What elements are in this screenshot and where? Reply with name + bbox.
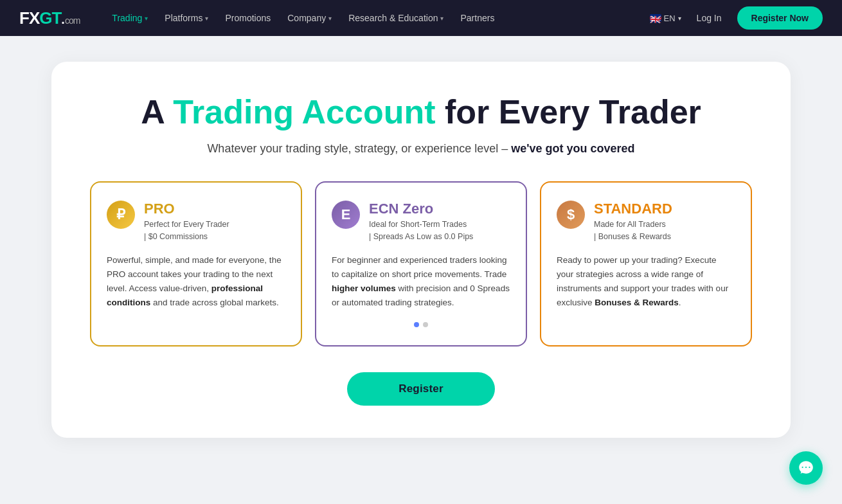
chat-icon — [798, 460, 814, 476]
account-card-pro: ₽ PRO Perfect for Every Trader | $0 Comm… — [90, 181, 302, 346]
chat-support-button[interactable] — [789, 451, 823, 485]
chevron-down-icon: ▾ — [328, 15, 332, 22]
chevron-down-icon: ▾ — [678, 15, 681, 22]
standard-title: STANDARD — [594, 201, 672, 217]
standard-title-block: STANDARD Made for All Traders | Bonuses … — [594, 201, 672, 243]
chevron-down-icon: ▾ — [440, 15, 443, 22]
navbar: FXGT.com Trading ▾ Platforms ▾ Promotion… — [0, 0, 842, 36]
hero-subtitle: Whatever your trading style, strategy, o… — [90, 142, 752, 156]
login-button[interactable]: Log In — [689, 9, 730, 27]
standard-description: Ready to power up your trading? Execute … — [557, 253, 735, 310]
nav-right: 🇬🇧 EN ▾ Log In Register Now — [650, 6, 823, 30]
register-now-button[interactable]: Register Now — [737, 6, 823, 30]
nav-item-platforms[interactable]: Platforms ▾ — [158, 9, 215, 27]
ecn-title-block: ECN Zero Ideal for Short-Term Trades | S… — [369, 201, 473, 243]
nav-items: Trading ▾ Platforms ▾ Promotions Company… — [105, 9, 649, 27]
nav-item-trading[interactable]: Trading ▾ — [105, 9, 154, 27]
register-section: Register — [90, 372, 752, 406]
ecn-title: ECN Zero — [369, 201, 473, 217]
nav-item-partners[interactable]: Partners — [454, 9, 501, 27]
standard-icon: $ — [557, 201, 585, 229]
flag-icon: 🇬🇧 — [650, 14, 661, 22]
logo-gt: GT — [39, 8, 61, 28]
hero-title-highlight: Trading Account — [173, 93, 435, 130]
nav-item-research[interactable]: Research & Education ▾ — [342, 9, 450, 27]
dot-2[interactable] — [423, 322, 428, 327]
logo-dot: . — [61, 12, 64, 26]
pro-icon: ₽ — [107, 201, 135, 229]
hero-title-pre: A — [141, 93, 173, 130]
chevron-down-icon: ▾ — [205, 15, 208, 22]
dot-1[interactable] — [414, 322, 419, 327]
language-selector[interactable]: 🇬🇧 EN ▾ — [650, 14, 681, 23]
ecn-icon: Ε — [332, 201, 360, 229]
pro-subtitle: Perfect for Every Trader | $0 Commission… — [144, 219, 229, 243]
hero-subtitle-pre: Whatever your trading style, strategy, o… — [207, 142, 511, 155]
accounts-grid: ₽ PRO Perfect for Every Trader | $0 Comm… — [90, 181, 752, 346]
ecn-subtitle: Ideal for Short-Term Trades | Spreads As… — [369, 219, 473, 243]
pro-title-block: PRO Perfect for Every Trader | $0 Commis… — [144, 201, 229, 243]
account-card-ecn: Ε ECN Zero Ideal for Short-Term Trades |… — [315, 181, 527, 346]
logo-com: com — [65, 15, 80, 26]
pro-description: Powerful, simple, and made for everyone,… — [107, 253, 285, 310]
card-header-ecn: Ε ECN Zero Ideal for Short-Term Trades |… — [332, 201, 510, 243]
logo[interactable]: FXGT.com — [19, 8, 80, 28]
lang-label: EN — [664, 14, 676, 23]
card-header-standard: $ STANDARD Made for All Traders | Bonuse… — [557, 201, 735, 243]
chevron-down-icon: ▾ — [145, 15, 148, 22]
hero-title-post: for Every Trader — [436, 93, 701, 130]
main-content: A Trading Account for Every Trader Whate… — [0, 36, 842, 464]
account-card-standard: $ STANDARD Made for All Traders | Bonuse… — [540, 181, 752, 346]
logo-fx: FX — [19, 8, 39, 28]
carousel-dots — [332, 322, 510, 327]
hero-title: A Trading Account for Every Trader — [90, 94, 752, 130]
hero-subtitle-bold: we've got you covered — [511, 142, 634, 155]
pro-title: PRO — [144, 201, 229, 217]
register-main-button[interactable]: Register — [347, 372, 495, 406]
content-card: A Trading Account for Every Trader Whate… — [51, 62, 791, 438]
ecn-description: For beginner and experienced traders loo… — [332, 253, 510, 310]
card-header-pro: ₽ PRO Perfect for Every Trader | $0 Comm… — [107, 201, 285, 243]
standard-subtitle: Made for All Traders | Bonuses & Rewards — [594, 219, 672, 243]
nav-item-company[interactable]: Company ▾ — [281, 9, 338, 27]
nav-item-promotions[interactable]: Promotions — [219, 9, 277, 27]
